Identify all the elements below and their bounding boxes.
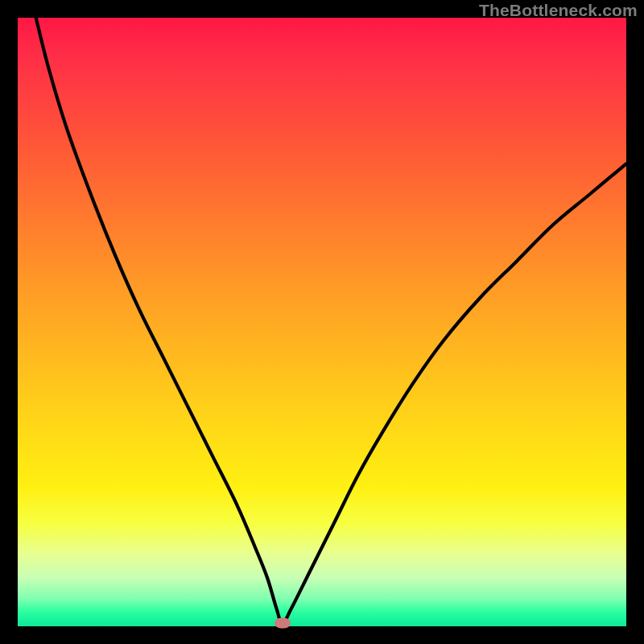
plot-area [18, 18, 626, 626]
optimal-point-marker [275, 618, 291, 629]
chart-frame: TheBottleneck.com [0, 0, 644, 644]
bottleneck-curve [18, 18, 626, 626]
